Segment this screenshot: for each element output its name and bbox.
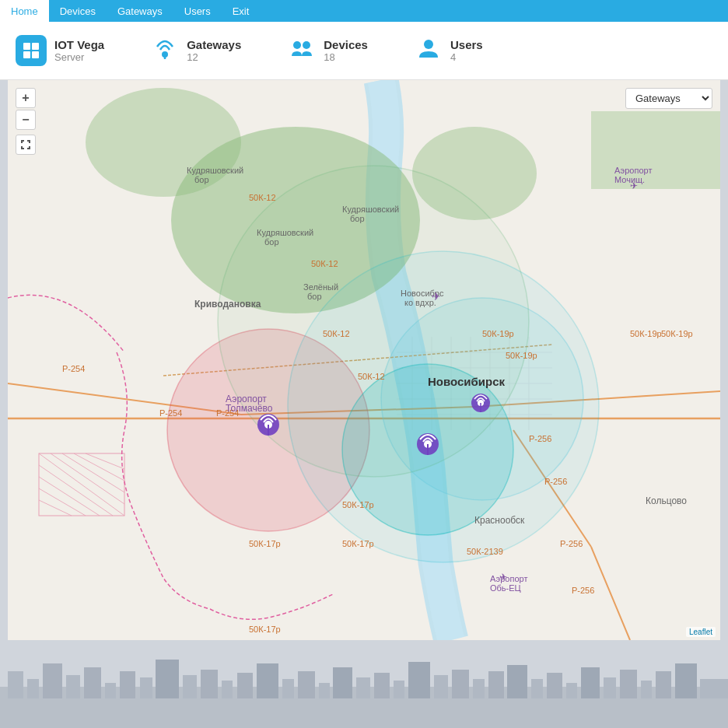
svg-text:P-256: P-256 (560, 539, 583, 548)
svg-rect-133 (581, 667, 600, 698)
svg-text:Аэропорт: Аэропорт (614, 166, 652, 175)
svg-rect-121 (356, 677, 370, 698)
svg-rect-130 (531, 679, 543, 698)
stat-devices: Devices 18 (288, 34, 368, 68)
nav-home[interactable]: Home (0, 0, 49, 22)
svg-rect-114 (222, 681, 233, 698)
svg-rect-13 (591, 111, 720, 189)
svg-rect-2 (23, 51, 30, 58)
zoom-out-button[interactable]: − (16, 110, 36, 130)
brand-text: IOT Vega Server (54, 38, 104, 63)
svg-text:бор: бор (350, 214, 365, 223)
skyline (0, 640, 728, 728)
map-attribution: Leaflet (686, 627, 716, 637)
users-info: Users 4 (450, 38, 483, 63)
gateways-count: 12 (187, 51, 241, 63)
svg-text:50К-19р: 50К-19р (482, 329, 514, 338)
svg-rect-120 (333, 667, 352, 698)
devices-info: Devices 18 (324, 38, 368, 63)
svg-text:✈: ✈ (630, 180, 638, 191)
svg-text:50К-2139: 50К-2139 (467, 547, 503, 556)
svg-rect-116 (257, 663, 278, 698)
svg-point-8 (424, 40, 433, 49)
svg-text:50К-12: 50К-12 (249, 193, 276, 202)
svg-rect-117 (282, 679, 294, 698)
svg-text:P-256: P-256 (544, 477, 567, 486)
svg-text:P-254: P-254 (62, 364, 85, 373)
svg-rect-123 (394, 681, 404, 698)
svg-text:50К-17р: 50К-17р (342, 500, 374, 509)
svg-rect-124 (408, 662, 430, 698)
svg-rect-125 (434, 675, 448, 698)
users-icon (415, 34, 443, 68)
svg-text:P-254: P-254 (159, 408, 182, 418)
svg-point-48 (288, 251, 599, 562)
svg-rect-111 (156, 660, 179, 698)
fullscreen-button[interactable] (16, 135, 36, 155)
svg-text:Аэропорт: Аэропорт (490, 574, 527, 583)
svg-text:бор: бор (307, 292, 322, 301)
svg-rect-139 (700, 679, 728, 698)
nav-devices[interactable]: Devices (49, 0, 107, 22)
svg-text:Кудряшовский: Кудряшовский (342, 205, 399, 214)
svg-rect-113 (201, 670, 218, 698)
gateways-label: Gateways (187, 38, 241, 51)
users-label: Users (450, 38, 483, 51)
nav-users[interactable]: Users (173, 0, 222, 22)
svg-rect-138 (675, 663, 697, 698)
svg-text:Зелёный: Зелёный (303, 282, 338, 292)
svg-text:Новосибирск: Новосибирск (428, 375, 506, 388)
map-layer-select[interactable]: Gateways (625, 88, 712, 109)
leaflet-link[interactable]: Leaflet (689, 628, 712, 636)
svg-rect-105 (43, 663, 62, 698)
svg-text:Кольцово: Кольцово (646, 495, 687, 506)
svg-text:50К-12: 50К-12 (358, 372, 385, 381)
svg-rect-115 (237, 673, 253, 698)
svg-text:Краснообск: Краснообск (474, 515, 525, 526)
svg-text:50К-12: 50К-12 (311, 259, 338, 268)
gateways-info: Gateways 12 (187, 38, 241, 63)
devices-icon (288, 34, 316, 68)
svg-text:50К-17р: 50К-17р (249, 539, 281, 548)
svg-text:Обь-ЕЦ: Обь-ЕЦ (490, 583, 521, 593)
svg-rect-108 (105, 683, 116, 698)
svg-rect-131 (547, 673, 562, 698)
svg-text:50К-17р: 50К-17р (249, 625, 281, 634)
nav-exit[interactable]: Exit (222, 0, 261, 22)
svg-text:Кудряшовский: Кудряшовский (187, 166, 243, 175)
stat-users: Users 4 (415, 34, 483, 68)
svg-text:✈: ✈ (499, 572, 507, 583)
devices-label: Devices (324, 38, 368, 51)
svg-text:50К-17р: 50К-17р (342, 539, 374, 548)
nav-gateways[interactable]: Gateways (107, 0, 173, 22)
svg-rect-128 (488, 671, 504, 698)
svg-text:50К-19р: 50К-19р (630, 329, 662, 338)
svg-rect-126 (452, 670, 469, 698)
brand-sub: Server (54, 51, 104, 63)
map-svg: P-254 P-254 P-254 P-256 P-256 P-256 P-25… (8, 80, 720, 640)
svg-rect-1 (32, 43, 39, 50)
svg-rect-129 (507, 665, 527, 698)
map-container[interactable]: + − Gateways (8, 80, 720, 640)
devices-count: 18 (324, 51, 368, 63)
svg-rect-132 (566, 683, 577, 698)
svg-text:50К-12: 50К-12 (323, 329, 350, 338)
svg-rect-136 (641, 681, 652, 698)
brand: IOT Vega Server (16, 35, 104, 66)
svg-rect-119 (319, 683, 330, 698)
svg-rect-112 (183, 675, 197, 698)
svg-text:50К-19р: 50К-19р (506, 351, 537, 360)
svg-rect-137 (656, 671, 671, 698)
svg-rect-134 (604, 677, 616, 698)
svg-rect-106 (66, 675, 80, 698)
svg-point-7 (303, 41, 310, 49)
svg-text:бор: бор (194, 175, 209, 184)
svg-text:50К-19р: 50К-19р (661, 329, 693, 338)
map-dropdown[interactable]: Gateways (625, 88, 712, 109)
svg-rect-103 (8, 671, 23, 698)
svg-rect-107 (84, 667, 101, 698)
brand-name: IOT Vega (54, 38, 104, 51)
zoom-in-button[interactable]: + (16, 88, 36, 108)
users-count: 4 (450, 51, 483, 63)
svg-rect-135 (620, 670, 637, 698)
